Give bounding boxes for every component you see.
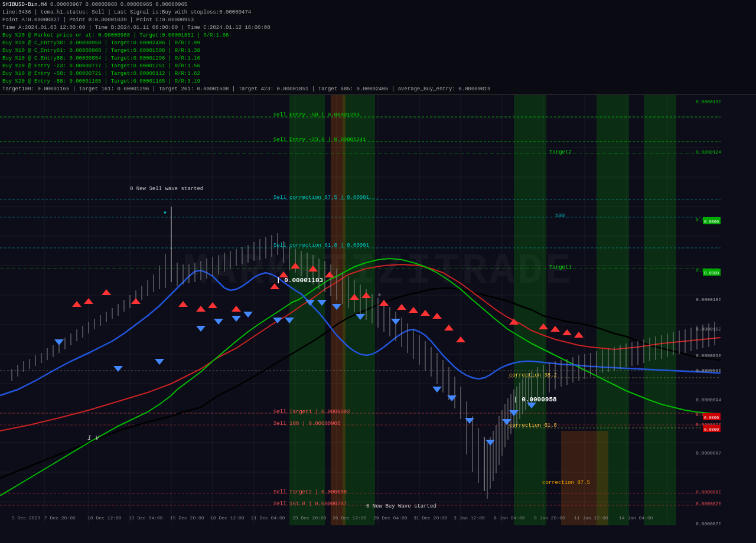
svg-text:8 Jan 20:00: 8 Jan 20:00 — [534, 515, 565, 521]
svg-text:| 0.0000958: | 0.0000958 — [514, 396, 557, 403]
svg-text:0.00000800: 0.00000800 — [696, 489, 721, 495]
svg-text:3 Jan 12:00: 3 Jan 12:00 — [454, 515, 485, 521]
svg-text:21 Dec 04:00: 21 Dec 04:00 — [251, 515, 285, 521]
svg-marker-222 — [391, 319, 400, 325]
info-line-10: Buy %20 @ Entry -88: 0.00001165 | Target… — [2, 78, 754, 86]
svg-text:0.00000940: 0.00000940 — [696, 397, 721, 403]
svg-marker-199 — [409, 307, 418, 313]
buy-line-8: Buy %20 @ Entry -23: 0.00000777 | Target… — [2, 63, 200, 69]
ohlc-values: 0.00000967 0.00000968 0.00000965 0.00000… — [50, 2, 187, 8]
svg-marker-200 — [421, 310, 430, 316]
chart-title: SHIBUSD-Bin.H4 — [2, 2, 47, 8]
svg-text:I V: I V — [87, 434, 100, 441]
svg-marker-203 — [456, 336, 465, 342]
svg-text:0 New Buy Wave started: 0 New Buy Wave started — [366, 503, 436, 509]
info-line-2: Point A:0.00000827 | Point B:0.00001039 … — [2, 17, 754, 24]
svg-text:Target1: Target1 — [549, 264, 572, 270]
svg-text:23 Dec 20:00: 23 Dec 20:00 — [292, 515, 327, 521]
svg-marker-183 — [84, 298, 93, 304]
svg-text:100: 100 — [555, 213, 565, 219]
svg-text:correction 38.2: correction 38.2 — [509, 372, 557, 378]
svg-marker-213 — [214, 319, 223, 325]
svg-text:0.00000968: 0.00000968 — [696, 368, 721, 373]
svg-text:7 Dec 20:00: 7 Dec 20:00 — [44, 515, 76, 521]
svg-text:0.0000: 0.0000 — [704, 416, 719, 420]
svg-text:| 0.00001103: | 0.00001103 — [276, 277, 324, 284]
info-bar: SHIBUSD-Bin.H4 0.00000967 0.00000968 0.0… — [0, 0, 756, 95]
svg-marker-189 — [232, 306, 241, 312]
svg-text:▼: ▼ — [164, 210, 167, 215]
svg-text:0.00001020: 0.00001020 — [696, 326, 721, 332]
svg-marker-212 — [196, 326, 206, 332]
svg-marker-208 — [574, 332, 584, 338]
svg-marker-184 — [102, 289, 111, 295]
svg-text:Target2: Target2 — [549, 149, 572, 155]
svg-marker-202 — [444, 325, 454, 331]
svg-marker-190 — [270, 283, 279, 289]
svg-marker-206 — [550, 326, 560, 332]
svg-text:29 Dec 04:00: 29 Dec 04:00 — [373, 515, 408, 521]
buy-line-5: Buy %10 @ C_Entry38: 0.00000958 | Target… — [2, 40, 200, 46]
svg-text:0.00000870: 0.00000870 — [696, 450, 721, 456]
svg-marker-201 — [432, 313, 442, 319]
chart-container: SHIBUSD-Bin.H4 0.00000967 0.00000968 0.0… — [0, 0, 756, 543]
svg-text:5 Dec 2023: 5 Dec 2023 — [12, 515, 40, 521]
svg-text:0 New Sell wave started: 0 New Sell wave started — [130, 186, 203, 192]
chart-svg: ▼ ⊕ I V Sell Entry -50 | 0.00001293 Sell… — [0, 89, 721, 525]
info-line-7: Buy %10 @ C_Entry88: 0.00000854 | Target… — [2, 55, 754, 63]
svg-text:6 Jan 04:00: 6 Jan 04:00 — [494, 515, 525, 521]
svg-text:0.00001060: 0.00001060 — [696, 297, 721, 302]
svg-marker-209 — [54, 339, 64, 345]
info-line-1: Line:3436 | tema_h1_status: Sell | Last … — [2, 9, 754, 17]
svg-marker-187 — [196, 306, 206, 312]
svg-text:0.00000985: 0.00000985 — [696, 353, 721, 358]
svg-text:14 Jan 04:00: 14 Jan 04:00 — [619, 515, 653, 521]
svg-text:0.00000787: 0.00000787 — [696, 501, 721, 506]
info-line-4: Buy %20 @ Market price or at: 0.00000988… — [2, 32, 754, 40]
buy-line-9: Buy %10 @ Entry -50: 0.00000721 | Target… — [2, 71, 200, 77]
title-line: SHIBUSD-Bin.H4 0.00000967 0.00000968 0.0… — [2, 1, 754, 9]
svg-marker-186 — [178, 301, 188, 307]
svg-marker-223 — [432, 387, 442, 392]
svg-marker-215 — [243, 312, 253, 318]
info-line-3: Time A:2024.01.03 12:00:00 | Time B:2024… — [2, 24, 754, 32]
svg-text:Sell Entry -23.6 | 0.00001241: Sell Entry -23.6 | 0.00001241 — [273, 137, 366, 143]
svg-text:Sell correction 61.8 | 0.00001: Sell correction 61.8 | 0.00001 — [273, 243, 369, 248]
info-line-5: Buy %10 @ C_Entry38: 0.00000958 | Target… — [2, 40, 754, 47]
svg-marker-198 — [397, 304, 406, 310]
svg-text:⊕: ⊕ — [378, 292, 381, 297]
svg-marker-188 — [208, 302, 217, 308]
svg-text:Sell 161.8 | 0.00000787: Sell 161.8 | 0.00000787 — [273, 501, 347, 507]
buy-line-10: Buy %20 @ Entry -88: 0.00001165 | Target… — [2, 78, 200, 84]
svg-text:correction 87.5: correction 87.5 — [542, 480, 590, 486]
svg-marker-224 — [447, 395, 457, 401]
svg-text:correction 61.8: correction 61.8 — [509, 423, 557, 428]
svg-text:31 Dec 20:00: 31 Dec 20:00 — [413, 515, 448, 521]
buy-line-6: Buy %10 @ C_Entry61: 0.00000908 | Target… — [2, 48, 200, 54]
svg-text:Sell 100 | 0.00000908: Sell 100 | 0.00000908 — [273, 421, 340, 427]
svg-text:0.0000: 0.0000 — [704, 427, 719, 432]
info-line-8: Buy %20 @ Entry -23: 0.00000777 | Target… — [2, 63, 754, 70]
svg-rect-4 — [644, 89, 676, 525]
svg-text:18 Dec 12:00: 18 Dec 12:00 — [210, 515, 245, 521]
svg-text:10 Dec 12:00: 10 Dec 12:00 — [87, 515, 122, 521]
info-line-6: Buy %10 @ C_Entry61: 0.00000908 | Target… — [2, 47, 754, 55]
svg-text:Sell correction 87.5 | 0.00001: Sell correction 87.5 | 0.00001... — [273, 195, 379, 201]
buy-line-7: Buy %10 @ C_Entry88: 0.00000854 | Target… — [2, 55, 200, 61]
svg-marker-207 — [562, 329, 572, 335]
svg-text:Sell Entry -50 | 0.00001293: Sell Entry -50 | 0.00001293 — [273, 112, 360, 118]
svg-text:13 Dec 04:00: 13 Dec 04:00 — [129, 515, 163, 521]
svg-text:Sell Target2 | 0.000008: Sell Target2 | 0.000008 — [273, 489, 347, 495]
svg-marker-185 — [131, 298, 141, 304]
svg-marker-214 — [232, 316, 241, 322]
svg-text:0.0000: 0.0000 — [704, 271, 719, 276]
svg-rect-2 — [514, 89, 546, 525]
svg-text:26 Dec 12:00: 26 Dec 12:00 — [333, 515, 367, 521]
svg-text:0.00001240: 0.00001240 — [696, 149, 721, 155]
svg-text:0.00000750: 0.00000750 — [696, 521, 721, 525]
svg-text:Sell Target1 | 0.0000092: Sell Target1 | 0.0000092 — [273, 409, 350, 415]
info-line-11: Target100: 0.00001165 | Target 161: 0.00… — [2, 86, 754, 93]
svg-text:0.00001300: 0.00001300 — [696, 99, 721, 104]
buy-line-4: Buy %20 @ Market price or at: 0.00000988… — [2, 32, 229, 38]
svg-marker-225 — [465, 418, 474, 424]
